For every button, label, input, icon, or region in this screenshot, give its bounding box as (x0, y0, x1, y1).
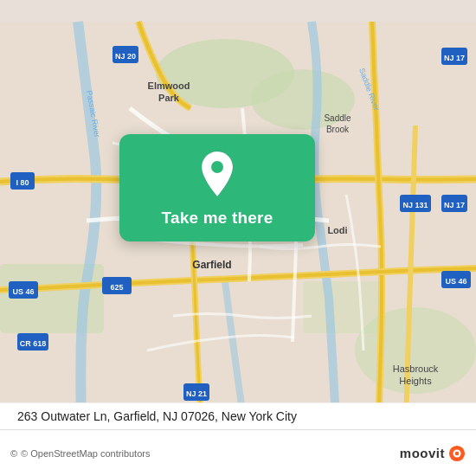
osm-attribution: © OpenStreetMap contributors (21, 448, 150, 459)
svg-text:Hasbrouck: Hasbrouck (393, 363, 439, 374)
svg-text:Garfield: Garfield (192, 259, 231, 271)
svg-text:NJ 131: NJ 131 (402, 201, 428, 209)
svg-text:US 46: US 46 (445, 277, 466, 286)
copyright-symbol: © (10, 448, 17, 459)
svg-text:Brook: Brook (326, 125, 350, 134)
location-pin-icon (196, 150, 238, 198)
moovit-logo: moovit (400, 445, 466, 462)
svg-point-39 (455, 451, 460, 455)
svg-text:Heights: Heights (399, 376, 432, 386)
moovit-brand-icon (448, 445, 466, 462)
svg-text:Elmwood: Elmwood (148, 80, 190, 91)
svg-text:NJ 20: NJ 20 (115, 52, 136, 61)
svg-text:Lodi: Lodi (327, 225, 347, 235)
map-container: NJ 20 I 80 NJ 17 NJ 17 US 46 US 46 NJ 21… (0, 0, 476, 476)
svg-rect-5 (303, 281, 381, 333)
svg-text:625: 625 (110, 283, 123, 292)
address-text: 263 Outwater Ln, Garfield, NJ 07026, New… (10, 409, 304, 423)
location-card: Take me there (119, 134, 315, 241)
take-me-there-button[interactable]: Take me there (162, 209, 273, 228)
address-bar: 263 Outwater Ln, Garfield, NJ 07026, New… (0, 402, 476, 429)
svg-text:NJ 17: NJ 17 (444, 201, 465, 209)
bottom-bar: © © OpenStreetMap contributors moovit (0, 429, 476, 476)
attribution: © © OpenStreetMap contributors (10, 448, 150, 459)
svg-text:NJ 21: NJ 21 (186, 389, 207, 398)
svg-text:NJ 17: NJ 17 (444, 54, 465, 62)
svg-point-36 (211, 161, 223, 173)
svg-text:CR 618: CR 618 (20, 339, 47, 348)
svg-text:I 80: I 80 (16, 178, 29, 187)
svg-text:US 46: US 46 (12, 287, 34, 296)
moovit-brand-text: moovit (400, 446, 445, 460)
svg-text:Park: Park (158, 93, 180, 103)
svg-text:Saddle: Saddle (324, 113, 351, 123)
